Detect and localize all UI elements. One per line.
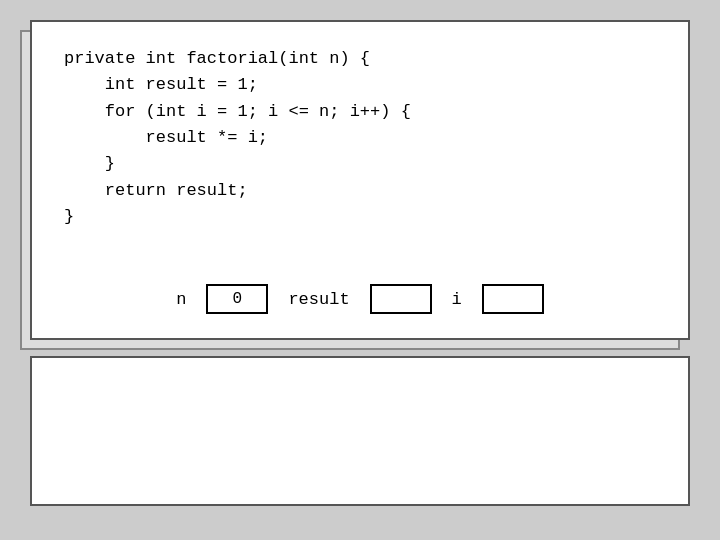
variables-row: n 0 result i bbox=[64, 280, 656, 322]
code-block: private int factorial(int n) { int resul… bbox=[64, 46, 656, 272]
i-value-box bbox=[482, 284, 544, 314]
code-line-6: return result; bbox=[64, 181, 248, 200]
code-line-5: } bbox=[64, 154, 115, 173]
code-panel-wrapper: private int factorial(int n) { int resul… bbox=[30, 20, 690, 340]
code-line-1: private int factorial(int n) { bbox=[64, 49, 370, 68]
code-line-3: for (int i = 1; i <= n; i++) { bbox=[64, 102, 411, 121]
i-label: i bbox=[452, 290, 462, 309]
n-value: 0 bbox=[233, 290, 243, 308]
result-value-box bbox=[370, 284, 432, 314]
code-card: private int factorial(int n) { int resul… bbox=[30, 20, 690, 340]
n-value-box: 0 bbox=[206, 284, 268, 314]
bottom-card bbox=[30, 356, 690, 506]
code-line-4: result *= i; bbox=[64, 128, 268, 147]
n-label: n bbox=[176, 290, 186, 309]
code-line-7: } bbox=[64, 207, 74, 226]
code-line-2: int result = 1; bbox=[64, 75, 258, 94]
result-label: result bbox=[288, 290, 349, 309]
